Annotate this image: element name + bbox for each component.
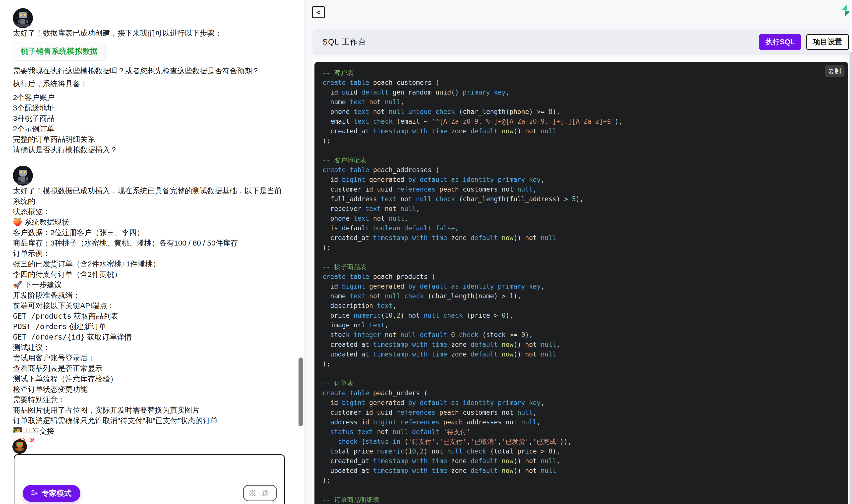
code-line <box>323 369 841 379</box>
code-line: ); <box>323 475 841 485</box>
message-line: 订单取消逻辑需确保只允许取消"待支付"和"已支付"状态的订单 <box>13 415 288 426</box>
message-line: 执行后，系统将具备： <box>13 78 288 89</box>
page-scrollbar-thumb[interactable] <box>850 52 852 504</box>
copy-button[interactable]: 复制 <box>824 65 845 77</box>
code-line: address_id bigint references peach_addre… <box>323 417 841 427</box>
code-line: name text not null check (char_length(na… <box>323 291 841 301</box>
assistant-message-2: 太好了！模拟数据已成功插入，现在系统已具备完整的测试数据基础，以下是当前系统的状… <box>13 185 288 436</box>
project-settings-button[interactable]: 项目设置 <box>806 34 849 50</box>
code-line: id bigint generated by default as identi… <box>323 175 841 184</box>
code-line: stock integer not null default 0 check (… <box>323 330 841 340</box>
mention-target-avatar <box>12 439 28 454</box>
message-line: 商品库存：3种桃子（水蜜桃、黄桃、蟠桃）各有100 / 80 / 50件库存 <box>13 238 288 248</box>
code-line: ); <box>323 359 841 369</box>
code-line: name text not null, <box>323 97 841 107</box>
app-window: 太好了！数据库表已成功创建，接下来我们可以进行以下步骤： 桃子销售系统模拟数据 … <box>0 0 852 504</box>
code-line: -- 客户表 <box>323 68 841 78</box>
code-line: check (status in ('待支付','已支付','已取消','已发货… <box>323 437 841 447</box>
code-line: create table peach_customers ( <box>323 78 841 88</box>
composer: 专家模式 发 送 <box>14 454 285 504</box>
send-button[interactable]: 发 送 <box>243 485 277 501</box>
message-input[interactable] <box>14 455 284 482</box>
message-line: GET /orders/{id} 获取订单详情 <box>13 332 288 342</box>
code-line: price numeric(10,2) not null check (pric… <box>323 311 841 320</box>
message-line: 尝试用客户账号登录后： <box>13 353 288 363</box>
code-line <box>323 485 841 495</box>
code-line: -- 订单表 <box>323 379 841 388</box>
message-line: POST /orders 创建新订单 <box>13 321 288 332</box>
code-line: customer_id uuid references peach_custom… <box>323 408 841 417</box>
robot-avatar-icon <box>13 8 33 28</box>
message-line: 前端可对接以下关键API端点： <box>13 301 288 311</box>
code-line: create table peach_addresses ( <box>323 165 841 175</box>
code-line: image_url text, <box>323 320 841 330</box>
code-line: created_at timestamp with time zone defa… <box>323 340 841 349</box>
chat-scrollbar-thumb[interactable] <box>298 358 303 426</box>
code-line <box>323 252 841 262</box>
code-line: phone text not null, <box>323 214 841 223</box>
message-line: 需要我现在执行这些模拟数据吗？或者您想先检查这些数据是否符合预期？ <box>13 66 288 76</box>
message-lines: 需要我现在执行这些模拟数据吗？或者您想先检查这些数据是否符合预期？执行后，系统将… <box>13 66 288 155</box>
sql-code[interactable]: -- 客户表create table peach_customers ( id … <box>314 62 848 504</box>
message-line: GET /products 获取商品列表 <box>13 311 288 321</box>
message-line: 开发阶段准备就绪： <box>13 290 288 301</box>
chat-panel: 太好了！数据库表已成功创建，接下来我们可以进行以下步骤： 桃子销售系统模拟数据 … <box>0 0 305 504</box>
code-line: create table peach_products ( <box>323 272 841 282</box>
message-line: 订单示例： <box>13 248 288 259</box>
back-button[interactable]: < <box>312 6 325 18</box>
code-line: receiver text not null, <box>323 204 841 214</box>
message-line: 太好了！模拟数据已成功插入，现在系统已具备完整的测试数据基础，以下是当前系统的 <box>13 185 288 206</box>
run-sql-button[interactable]: 执行SQL <box>759 34 801 50</box>
message-line: 2个客户账户 <box>13 92 288 103</box>
sql-editor-card: 复制 -- 客户表create table peach_customers ( … <box>312 59 850 504</box>
chat-scroll-area[interactable]: 太好了！数据库表已成功创建，接下来我们可以进行以下步骤： 桃子销售系统模拟数据 … <box>0 0 297 504</box>
message-lines: 太好了！模拟数据已成功插入，现在系统已具备完整的测试数据基础，以下是当前系统的状… <box>13 185 288 436</box>
remove-mention-icon[interactable]: ✕ <box>29 436 35 445</box>
code-line: status text not null default '待支付' <box>323 427 841 437</box>
message-line: 2个示例订单 <box>13 124 288 134</box>
message-line: 🧑‍💻 开发交接 <box>13 426 288 436</box>
code-line <box>323 146 841 156</box>
code-line: created_at timestamp with time zone defa… <box>323 233 841 243</box>
code-line: total_price numeric(10,2) not null check… <box>323 447 841 456</box>
code-line: customer_id uuid references peach_custom… <box>323 184 841 194</box>
message-line: 🍑 系统数据现状 <box>13 217 288 227</box>
assistant-avatar <box>13 8 33 28</box>
message-line: 请确认是否执行模拟数据插入？ <box>13 145 288 155</box>
code-line: create table peach_orders ( <box>323 388 841 398</box>
code-line: updated_at timestamp with time zone defa… <box>323 466 841 475</box>
message-line: 需要特别注意： <box>13 395 288 405</box>
user-plus-icon <box>30 489 38 498</box>
message-line: 张三的已发货订单（含2件水蜜桃+1件蟠桃） <box>13 259 288 269</box>
expert-mode-button[interactable]: 专家模式 <box>23 485 81 502</box>
page-scrollbar-track[interactable] <box>850 0 852 504</box>
message-line: 客户数据：2位注册客户（张三、李四） <box>13 227 288 238</box>
code-line: ); <box>323 243 841 252</box>
assistant-message-1: 太好了！数据库表已成功创建，接下来我们可以进行以下步骤： 桃子销售系统模拟数据 … <box>13 28 288 155</box>
code-line: created_at timestamp with time zone defa… <box>323 126 841 136</box>
message-line: 商品图片使用了占位图，实际开发时需要替换为真实图片 <box>13 405 288 415</box>
code-line: -- 客户地址表 <box>323 156 841 165</box>
artifact-link-label: 桃子销售系统模拟数据 <box>21 47 98 55</box>
code-line: id bigint generated by default as identi… <box>323 398 841 408</box>
message-line: 状态概览： <box>13 206 288 217</box>
code-line: phone text not null unique check (char_l… <box>323 107 841 117</box>
workbench-header: SQL 工作台 执行SQL 项目设置 <box>312 29 850 55</box>
artifact-link-card[interactable]: 桃子销售系统模拟数据 <box>13 42 106 61</box>
code-line: full_address text not null check (char_l… <box>323 194 841 204</box>
code-line: description text, <box>323 301 841 311</box>
message-line: 完整的订单商品明细关系 <box>13 134 288 145</box>
sql-code-panel: 复制 -- 客户表create table peach_customers ( … <box>314 62 848 504</box>
code-line: ); <box>323 136 841 146</box>
assistant-avatar <box>13 166 33 185</box>
message-line: 测试建议： <box>13 342 288 353</box>
message-text: 太好了！数据库表已成功创建，接下来我们可以进行以下步骤： <box>13 28 288 38</box>
message-line: 🚀 下一步建议 <box>13 280 288 290</box>
code-line: is_default boolean default false, <box>323 223 841 233</box>
message-line: 检查订单状态变更功能 <box>13 384 288 395</box>
message-line: 3个配送地址 <box>13 103 288 113</box>
expert-mode-label: 专家模式 <box>41 488 71 499</box>
message-line: 3种桃子商品 <box>13 113 288 124</box>
code-line: -- 订单商品明细表 <box>323 495 841 504</box>
message-line: 测试下单流程（注意库存校验） <box>13 374 288 384</box>
